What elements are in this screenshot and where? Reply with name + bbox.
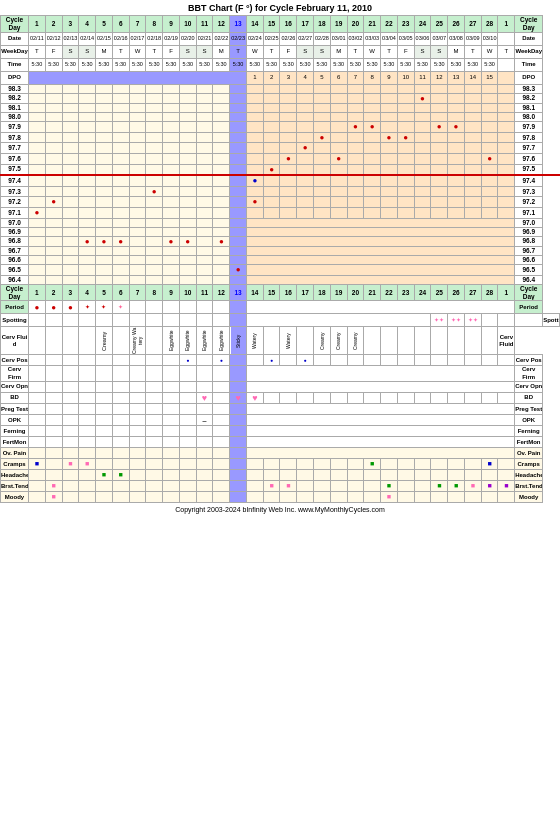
bbt-980-label: 98.0 [1, 113, 29, 122]
t-14: 5:30 [246, 58, 263, 71]
temp-dot-cd13: ● [236, 265, 241, 274]
period-cd2: ● [51, 303, 56, 312]
temp-dot-cd14-blue: ● [252, 176, 257, 185]
temp-dot-cd12: ● [219, 237, 224, 246]
t-20: 5:30 [347, 58, 364, 71]
cd-28: 28 [481, 16, 498, 33]
bbt-row-981: 98.1 98.1 [1, 104, 560, 113]
preg-test-label: Preg Test [1, 404, 29, 415]
opk-cd11: – [202, 416, 206, 425]
date-24: 03/06 [414, 32, 431, 45]
chart-title: BBT Chart (F °) for Cycle February 11, 2… [0, 0, 560, 15]
bbt-965-label-r: 96.5 [515, 265, 543, 276]
t-4: 5:30 [79, 58, 96, 71]
bbt-972-label-r: 97.2 [515, 197, 543, 208]
dpo-5: 5 [314, 71, 331, 84]
bd-row: BD ♥ ♥ ♥ BD [1, 392, 560, 404]
cycle-day-bottom-label-r: Cycle Day [515, 284, 543, 301]
dpo-6: 6 [330, 71, 347, 84]
cd-8: 8 [146, 16, 163, 33]
cd-23: 23 [397, 16, 414, 33]
date-2: 02/12 [45, 32, 62, 45]
wd-1: T [29, 45, 46, 58]
date-11: 02/21 [196, 32, 213, 45]
dpo-8: 8 [364, 71, 381, 84]
bbt-976-label-r: 97.6 [515, 153, 543, 164]
bbt-972-label: 97.2 [1, 197, 29, 208]
temp-dot-cd1: ● [34, 208, 39, 217]
t-22: 5:30 [381, 58, 398, 71]
temp-dot-cd22: ● [387, 133, 392, 142]
dpo-16 [498, 71, 515, 84]
dpo-label: DPO [1, 71, 29, 84]
temp-dot-cd2: ● [51, 197, 56, 206]
temp-dot-cd8: ● [152, 187, 157, 196]
date-17: 02/27 [297, 32, 314, 45]
cd-7: 7 [129, 16, 146, 33]
period-row: Period ● ● ● ✦ ✦ ✦ Period [1, 301, 560, 314]
t-18: 5:30 [314, 58, 331, 71]
date-12: 02/22 [213, 32, 230, 45]
date-8: 02/18 [146, 32, 163, 45]
cd-11: 11 [196, 16, 213, 33]
wd-28: W [481, 45, 498, 58]
t-1: 5:30 [29, 58, 46, 71]
cd-25: 25 [431, 16, 448, 33]
bbt-row-979: 97.9 ● ● ● ● 97.9 [1, 122, 560, 133]
dpo-12: 12 [431, 71, 448, 84]
bbt-967-label-r: 96.7 [515, 247, 543, 256]
cd-2: 2 [45, 16, 62, 33]
bd-label-r: BD [515, 392, 543, 404]
opk-label-r: OPK [515, 415, 543, 426]
bbt-row-969: 96.9 96.9 [1, 227, 560, 236]
bbt-982-label-r: 98.2 [515, 93, 543, 104]
t-17: 5:30 [297, 58, 314, 71]
preg-test-label-r: Preg Test [515, 404, 543, 415]
wd-12: M [213, 45, 230, 58]
headache-label: Headache [1, 470, 29, 481]
dpo-13: 13 [448, 71, 465, 84]
cd-27: 27 [464, 16, 481, 33]
t-19: 5:30 [330, 58, 347, 71]
dpo-empty [29, 71, 247, 84]
bbt-table: Cycle Day 1 2 3 4 5 6 7 8 9 10 11 12 13 … [0, 15, 560, 503]
wd-15: T [263, 45, 280, 58]
temp-dot-cd6a: ● [118, 237, 123, 246]
dpo-1: 1 [246, 71, 263, 84]
date-20: 03/02 [347, 32, 364, 45]
bbt-row-978: 97.8 ● ● ● 97.8 [1, 132, 560, 143]
wd-9: F [163, 45, 180, 58]
cd-6: 6 [112, 16, 129, 33]
date-7: 02/17 [129, 32, 146, 45]
bbt-967-label: 96.7 [1, 247, 29, 256]
t-29 [498, 58, 515, 71]
cd-21: 21 [364, 16, 381, 33]
wd-7: W [129, 45, 146, 58]
temp-dot-cd16: ● [286, 154, 291, 163]
date-9: 02/19 [163, 32, 180, 45]
bbt-row-982: 98.2 ● 98.2 [1, 93, 560, 104]
date-4: 02/14 [79, 32, 96, 45]
wd-17: S [297, 45, 314, 58]
spotting-label: Spotting [1, 314, 29, 327]
bbt-969-label-r: 96.9 [515, 227, 543, 236]
t-25: 5:30 [431, 58, 448, 71]
temp-dot-cd18: ● [319, 133, 324, 142]
date-6: 02/16 [112, 32, 129, 45]
cerv-pos-label: Cerv Pos [1, 355, 29, 366]
t-5: 5:30 [96, 58, 113, 71]
period-label: Period [1, 301, 29, 314]
fertmon-row: FertMon FertMon [1, 437, 560, 448]
wd-13: T [230, 45, 247, 58]
bbt-row-964: 96.4 96.4 [1, 275, 560, 284]
date-row: Date 02/11 02/12 02/13 02/14 02/15 02/16… [1, 32, 560, 45]
dpo-7: 7 [347, 71, 364, 84]
cycle-day-bottom-label: Cycle Day [1, 284, 29, 301]
ov-pain-row: Ov. Pain Ov. Pain [1, 448, 560, 459]
cerv-fluid-label-r: Cerv Fluid [498, 327, 515, 355]
period-label-r: Period [515, 301, 543, 314]
date-27: 03/09 [464, 32, 481, 45]
brst-tend-label: Brst.Tend. [1, 481, 29, 492]
cerv-firm-row: Cerv Firm Cerv Firm [1, 366, 560, 381]
t-24: 5:30 [414, 58, 431, 71]
